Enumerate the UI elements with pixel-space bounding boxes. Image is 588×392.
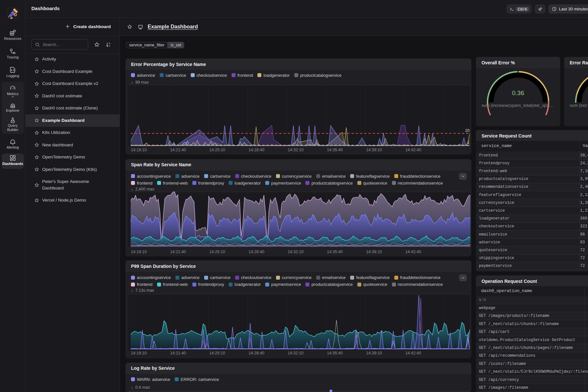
svg-text:A: A [109,42,110,44]
svg-text:1: 1 [467,140,469,145]
svg-text:Z: Z [109,45,110,47]
svg-text:0.36: 0.36 [512,90,524,96]
svg-text:20: 20 [465,128,470,133]
